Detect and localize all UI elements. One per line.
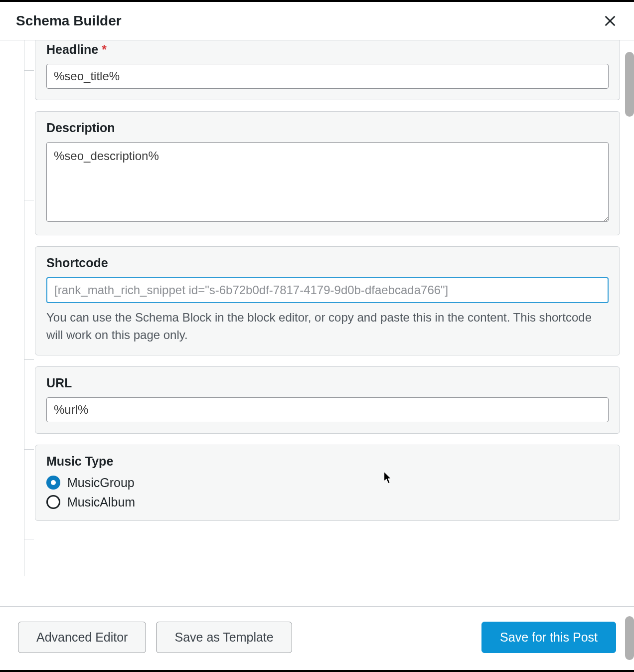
tree-connector bbox=[24, 70, 34, 71]
headline-input[interactable] bbox=[46, 64, 609, 89]
shortcode-help: You can use the Schema Block in the bloc… bbox=[46, 309, 609, 344]
headline-label-text: Headline bbox=[46, 42, 98, 56]
field-description: Description %seo_description% bbox=[35, 111, 620, 235]
description-textarea[interactable]: %seo_description% bbox=[46, 142, 609, 222]
modal-title: Schema Builder bbox=[16, 13, 122, 29]
modal-header: Schema Builder bbox=[0, 2, 634, 40]
tree-connector bbox=[24, 449, 34, 450]
music-type-label: Music Type bbox=[46, 454, 609, 469]
description-label: Description bbox=[46, 121, 609, 135]
tree-connector bbox=[24, 200, 34, 200]
scrollbar-thumb[interactable] bbox=[625, 616, 634, 660]
scrollbar-thumb[interactable] bbox=[625, 52, 634, 117]
shortcode-input[interactable] bbox=[46, 277, 609, 303]
save-post-button[interactable]: Save for this Post bbox=[481, 622, 616, 653]
tree-connector bbox=[24, 359, 34, 360]
radio-musicgroup-label: MusicGroup bbox=[67, 476, 135, 490]
close-button[interactable] bbox=[600, 11, 620, 31]
field-headline: Headline * bbox=[35, 40, 620, 100]
url-label: URL bbox=[46, 376, 609, 390]
tree-line bbox=[24, 40, 24, 576]
radio-musicalbum[interactable]: MusicAlbum bbox=[46, 495, 609, 509]
field-music-type: Music Type MusicGroup MusicAlbum bbox=[35, 445, 620, 521]
field-shortcode: Shortcode You can use the Schema Block i… bbox=[35, 246, 620, 355]
close-icon bbox=[603, 14, 617, 28]
modal-footer: Advanced Editor Save as Template Save fo… bbox=[0, 606, 634, 668]
shortcode-label: Shortcode bbox=[46, 256, 609, 270]
required-indicator: * bbox=[102, 42, 107, 56]
advanced-editor-button[interactable]: Advanced Editor bbox=[18, 622, 146, 653]
save-template-button[interactable]: Save as Template bbox=[156, 622, 292, 653]
radio-musicgroup[interactable]: MusicGroup bbox=[46, 476, 609, 490]
url-input[interactable] bbox=[46, 397, 609, 422]
field-url: URL bbox=[35, 366, 620, 434]
headline-label: Headline * bbox=[46, 42, 609, 57]
radio-icon-unchecked bbox=[46, 495, 60, 509]
radio-musicalbum-label: MusicAlbum bbox=[67, 495, 135, 509]
form-content: Headline * Description %seo_description%… bbox=[0, 40, 634, 599]
radio-icon-checked bbox=[46, 476, 60, 490]
music-type-radio-group: MusicGroup MusicAlbum bbox=[46, 476, 609, 509]
tree-connector bbox=[24, 539, 34, 539]
